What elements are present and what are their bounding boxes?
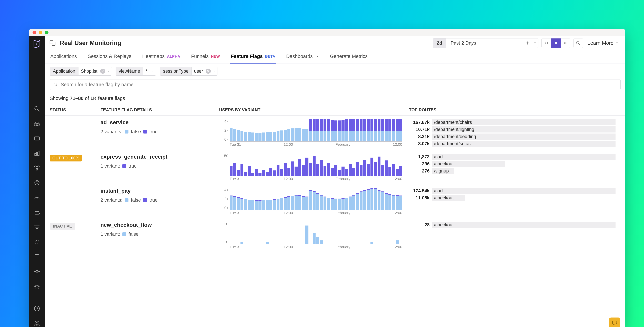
tab-funnels[interactable]: FunnelsNEW	[190, 50, 221, 64]
gauge-nav-icon[interactable]	[33, 194, 41, 201]
table-row[interactable]: OUT TO 100%express_generate_receipt1 var…	[45, 150, 625, 184]
tab-generate-metrics[interactable]: Generate Metrics	[329, 50, 368, 64]
variant-swatch-false	[125, 198, 128, 202]
route-path: /checkout	[434, 222, 454, 228]
tab-dashboards[interactable]: Dashboards	[286, 50, 320, 64]
route-row[interactable]: 11.08k /checkout	[409, 195, 616, 201]
users-chart-cell: 50Tue 3112:00February12:00	[219, 154, 409, 181]
svg-rect-4	[34, 154, 36, 156]
filter-dropdown-icon[interactable]	[106, 70, 112, 73]
puzzle-nav-icon[interactable]	[33, 209, 41, 216]
topbar: Real User Monitoring 2d Past 2 Days	[45, 36, 625, 50]
tab-sessions[interactable]: Sessions & Replays	[87, 50, 132, 64]
filter-dropdown-icon[interactable]	[150, 70, 156, 73]
route-path: /department/lighting	[434, 126, 474, 132]
pin-icon[interactable]	[524, 38, 532, 48]
help-nav-icon[interactable]	[33, 305, 41, 312]
variant-swatch-true	[122, 164, 126, 168]
route-path: /checkout	[434, 195, 454, 201]
pause-button[interactable]	[551, 38, 560, 48]
search-nav-icon[interactable]	[33, 105, 41, 112]
users-chart-cell: 4k2k0kTue 3112:00February12:00	[219, 119, 409, 147]
clear-filter-icon[interactable]: ✕	[206, 68, 211, 74]
route-row[interactable]: 28 /checkout	[409, 222, 616, 228]
svg-point-21	[576, 41, 579, 44]
route-path: /department/chairs	[434, 119, 472, 126]
section-tabs: Applications Sessions & Replays Heatmaps…	[45, 50, 625, 64]
tab-applications[interactable]: Applications	[50, 50, 78, 64]
tab-feature-flags[interactable]: Feature FlagsBETA	[230, 50, 276, 64]
svg-rect-3	[34, 137, 40, 140]
feature-flags-table: STATUS FEATURE FLAG DETAILS USERS BY VAR…	[45, 104, 625, 252]
route-count: 1,872	[409, 154, 432, 160]
close-window-icon[interactable]	[32, 31, 36, 34]
svg-point-18	[37, 322, 39, 323]
time-range-short[interactable]: 2d	[433, 38, 446, 48]
route-path: /cart	[434, 188, 443, 194]
time-range-dropdown-icon[interactable]	[532, 38, 538, 48]
route-count: 167.87k	[409, 119, 432, 126]
route-count: 174.54k	[409, 188, 432, 194]
route-path: /signup	[434, 168, 449, 174]
route-path: /cart	[434, 154, 443, 160]
datadog-logo-icon[interactable]	[32, 39, 42, 49]
time-range-selector[interactable]: 2d Past 2 Days	[433, 38, 538, 48]
target-nav-icon[interactable]	[33, 179, 41, 186]
feedback-fab[interactable]	[609, 318, 620, 327]
feature-flag-search[interactable]	[50, 79, 620, 90]
filter-pill[interactable]: viewName *	[116, 67, 156, 76]
route-row[interactable]: 8.21k /department/bedding	[409, 134, 616, 140]
link-nav-icon[interactable]	[33, 238, 41, 246]
clear-filter-icon[interactable]: ✕	[100, 68, 105, 74]
variant-summary: 2 variants:falsetrue	[100, 198, 219, 203]
route-row[interactable]: 10.71k /department/lighting	[409, 126, 616, 132]
col-users: USERS BY VARIANT	[219, 108, 409, 112]
bug-nav-icon[interactable]	[33, 282, 41, 290]
variant-swatch-true	[143, 198, 147, 202]
route-count: 296	[409, 161, 432, 167]
route-row[interactable]: 276 /signup	[409, 168, 616, 174]
details-cell: new_checkout_flow1 variant:false	[100, 222, 219, 249]
feature-flag-name: instant_pay	[100, 188, 219, 194]
col-status: STATUS	[50, 108, 100, 112]
table-row[interactable]: instant_pay2 variants:falsetrue4k2k0kTue…	[45, 184, 625, 218]
playback-controls	[542, 38, 570, 48]
route-count: 276	[409, 168, 432, 174]
book-nav-icon[interactable]	[33, 253, 41, 260]
top-routes-cell: 167.87k /department/chairs10.71k /depart…	[409, 119, 620, 147]
search-icon	[53, 82, 58, 87]
svg-point-13	[38, 271, 40, 272]
network-nav-icon[interactable]	[33, 164, 41, 172]
search-input[interactable]	[61, 82, 617, 88]
filter-value: *	[143, 68, 150, 74]
zoom-reset-button[interactable]	[573, 38, 583, 48]
table-row[interactable]: ad_service2 variants:falsetrue4k2k0kTue …	[45, 116, 625, 150]
filter-pill[interactable]: Application Shop.ist ✕	[50, 67, 112, 76]
minimize-window-icon[interactable]	[39, 31, 42, 34]
binoculars-nav-icon[interactable]	[33, 120, 41, 127]
filter-pill[interactable]: sessionType user ✕	[160, 67, 218, 76]
route-row[interactable]: 8.07k /department/sofas	[409, 141, 616, 147]
card-nav-icon[interactable]	[33, 135, 41, 142]
chevron-down-icon	[316, 54, 319, 58]
route-row[interactable]: 167.87k /department/chairs	[409, 119, 616, 126]
filters-nav-icon[interactable]	[33, 224, 41, 231]
route-row[interactable]: 296 /checkout	[409, 161, 616, 167]
filter-dropdown-icon[interactable]	[211, 70, 217, 73]
rewind-button[interactable]	[542, 38, 551, 48]
tab-heatmaps[interactable]: HeatmapsALPHA	[142, 50, 181, 64]
barchart-nav-icon[interactable]	[33, 150, 41, 157]
pipeline-nav-icon[interactable]	[33, 268, 41, 275]
table-row[interactable]: INACTIVEnew_checkout_flow1 variant:false…	[45, 218, 625, 252]
results-count: Showing 71–80 of 1K feature flags	[45, 90, 625, 104]
team-nav-icon[interactable]	[33, 320, 41, 327]
svg-rect-14	[36, 270, 38, 272]
rum-section-icon	[49, 39, 56, 47]
learn-more-button[interactable]: Learn More	[586, 38, 620, 48]
forward-button[interactable]	[560, 38, 570, 48]
filter-value: Shop.ist	[78, 68, 100, 74]
maximize-window-icon[interactable]	[45, 31, 48, 34]
users-by-variant-chart: 100Tue 3112:00February12:00	[219, 222, 402, 249]
route-row[interactable]: 1,872 /cart	[409, 154, 616, 160]
route-row[interactable]: 174.54k /cart	[409, 188, 616, 194]
